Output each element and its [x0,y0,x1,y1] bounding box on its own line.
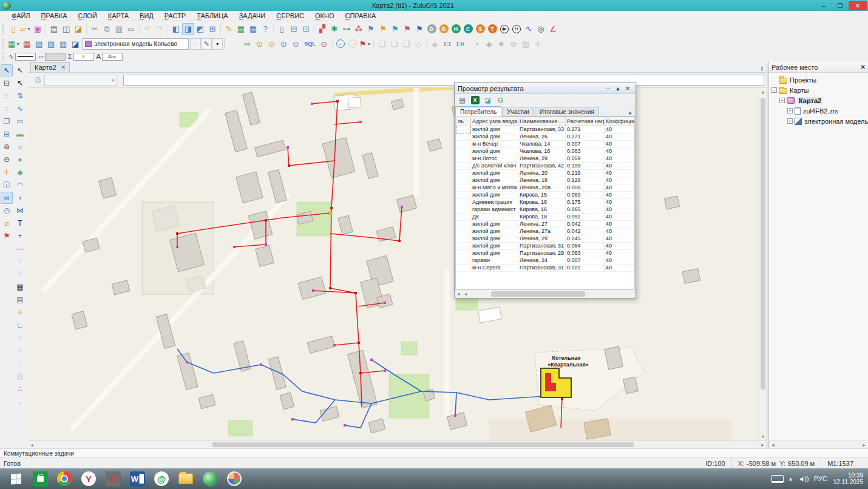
minimize-button[interactable]: – [816,1,832,10]
badge-s-icon[interactable]: S [474,23,486,35]
tree-item-zul4fb2-zrs[interactable]: +zul4FB2.zrs [771,106,868,116]
find-layer-icon[interactable]: ⊙ [277,38,290,50]
save-icon[interactable]: ▣ [32,23,44,35]
help-icon[interactable]: ? [259,23,271,35]
blocks-chart-icon[interactable]: ▞ [316,23,328,35]
nav-back-icon[interactable]: ← [334,38,347,50]
layer-edit-mode-button[interactable]: ✎ [201,38,212,50]
map-canvas[interactable]: Котельная «Квартальная» [28,88,759,440]
badge-b-icon[interactable]: Б [438,23,450,35]
print-icon[interactable]: ▤ [48,23,60,35]
vertical-scroll-thumb[interactable] [761,98,765,390]
zoom-out-tool[interactable]: ⊖ [1,153,13,166]
address-input[interactable] [123,75,764,86]
polygon-fill-tool[interactable]: ◆ [14,166,26,178]
area-style-button[interactable]: ▱ [38,52,65,61]
horizontal-scroll-thumb[interactable] [212,442,634,447]
map-horizontal-scrollbar[interactable]: ◄ ► [28,440,767,448]
ellipse-fill-tool[interactable]: ● [14,153,26,166]
zoom-in-tool[interactable]: ⊕ [1,141,13,153]
grid-window-tool[interactable]: ⊞ [1,128,13,140]
stop-icon[interactable]: ◎ [535,23,547,35]
dialog-tab-1[interactable]: Потребитель [455,106,501,116]
menu-3[interactable]: СЛОЙ [73,12,103,20]
table-row[interactable]: жилой домЛенина, 27а0.04240 [456,228,636,235]
layers-panel-icon[interactable]: ◧ [170,23,182,35]
menu-5[interactable]: ВИД [134,12,159,20]
edit-style-icon[interactable]: ✎ [223,23,235,35]
sql-icon[interactable]: SQL [302,38,318,50]
points-color-tool[interactable]: ∴ [14,383,26,395]
find-tool[interactable]: ∞ [1,192,13,204]
task-flag-red-icon[interactable]: ⚑ [401,23,413,35]
map-vertical-scrollbar[interactable]: ▲ ▼ [759,88,767,440]
layer-draw-icon[interactable]: ◪ [69,38,81,50]
info-tool[interactable]: ⓘ [1,179,13,191]
close-button[interactable]: ✕ [849,1,867,10]
task-flag-blue-icon[interactable]: ⚑ [365,23,377,35]
cut-icon[interactable]: ✂ [89,23,101,35]
table-row[interactable]: жилой домПартизанская, 310.08440 [456,242,636,249]
find-db-icon[interactable]: ⊙ [265,38,277,50]
db-export-icon[interactable]: ⊡ [300,23,312,35]
zulugis-icon[interactable] [198,468,222,489]
db-table-icon[interactable]: ⊟ [288,23,300,35]
result-column-header[interactable]: Коэффициент т [605,117,636,126]
menu-8[interactable]: ЗАДАЧИ [234,12,271,20]
dialog-minimize-icon[interactable]: – [603,86,613,92]
menu-2[interactable]: ПРАВКА [36,12,73,20]
profile-icon[interactable]: ∠ [547,23,559,35]
overview-window-tool[interactable]: ❐ [1,115,13,127]
rect-fill-tool[interactable]: ▬ [14,128,26,140]
legend-panel-icon[interactable]: ◩ [194,23,206,35]
bookmark-icon[interactable]: ⚑▼ [359,38,372,50]
dialog-scroll-thumb[interactable] [491,291,585,297]
store-icon[interactable] [28,468,52,489]
tree-expander-icon[interactable]: + [787,108,793,113]
points-graph-icon[interactable]: ⁂ [353,23,365,35]
volume-icon[interactable]: ◄)) [798,475,809,482]
print-result-icon[interactable]: ▤ [456,95,468,106]
table-row[interactable]: АдминистрацияКирова, 160.17540 [456,198,636,206]
excel-export-icon[interactable]: X [469,95,481,106]
table-row[interactable]: гаражи администКирова, 160.06540 [456,206,636,213]
symbol-style-button[interactable]: Σ▼ [68,52,94,61]
cross-tool[interactable]: + [14,230,26,242]
task-flag-orange-icon[interactable]: ⚑ [377,23,389,35]
dialog-tab-scroll-icon[interactable]: ► [628,110,635,116]
tree-item-карта2[interactable]: −Карта2 [771,95,868,106]
source-icon[interactable]: ✱ [328,23,341,35]
new-file-icon[interactable]: ▯ [7,23,19,35]
find-address-icon[interactable]: ⊙ [318,38,330,50]
badge-h-icon[interactable]: H [450,23,462,35]
dialog-scroll-right-icon[interactable]: ► [463,290,470,298]
start-button[interactable] [4,468,28,489]
result-column-header[interactable]: Адрес узла ввода [471,117,518,126]
find-theme-icon[interactable]: ⊙ [290,38,302,50]
table-row[interactable]: жилой домКирова, 150.06940 [456,191,636,198]
ellipse-tool[interactable]: ○ [14,141,26,153]
star-select-tool[interactable]: ✳ [14,306,26,319]
table-row[interactable]: жилой домПартизанская, 290.08340 [456,249,636,257]
mail-icon[interactable]: @ [149,468,174,489]
dialog-tab-2[interactable]: Участки [502,107,534,116]
menu-7[interactable]: ТАБЛИЦА [191,12,234,20]
text-tool[interactable]: T [14,217,26,229]
table-add-icon[interactable]: ▦ [235,23,247,35]
result-column-header[interactable]: Расчетная нагр... [566,117,605,126]
menu-10[interactable]: ОКНО [310,12,339,20]
layer-edit-caret[interactable]: ▼ [212,38,223,50]
menu-4[interactable]: КАРТА [103,12,134,20]
paste-icon[interactable]: ▥ [113,23,125,35]
badge-t-icon[interactable]: T [486,23,498,35]
table-row[interactable]: жилой домЧкалова, 160.08340 [456,147,636,155]
acrobat-icon[interactable]: A [101,468,125,489]
scroll-right-icon[interactable]: ► [759,441,767,449]
lasso-icon[interactable]: ∾ [241,38,253,50]
table-row[interactable]: м-н ЛотосЛенина, 290.05940 [456,155,636,162]
refresh-result-icon[interactable]: G [495,95,506,106]
menu-1[interactable]: ФАЙЛ [6,12,36,20]
redline-tool[interactable]: — [14,243,26,255]
chrome-icon[interactable] [52,468,76,489]
paint-icon[interactable] [222,468,246,489]
